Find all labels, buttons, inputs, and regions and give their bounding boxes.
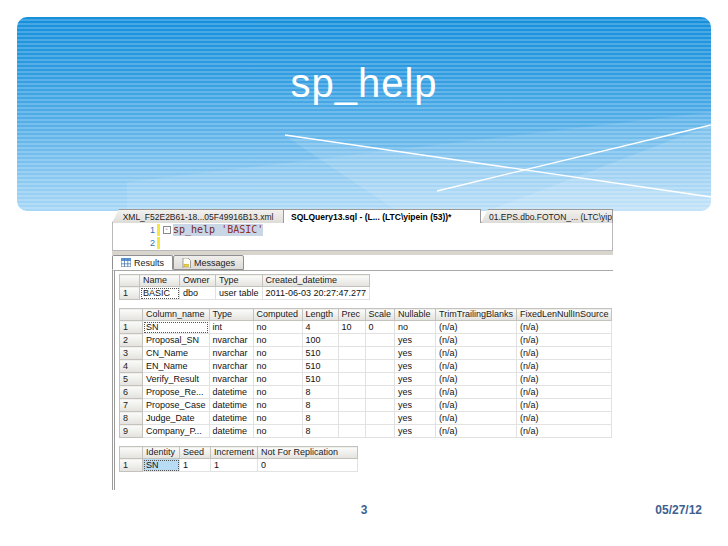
grid-row-header[interactable]: 9: [120, 425, 143, 438]
grid-cell[interactable]: (n/a): [516, 412, 612, 425]
grid-cell[interactable]: datetime: [209, 399, 253, 412]
grid-cell[interactable]: no: [253, 347, 302, 360]
grid-cell[interactable]: 100: [302, 334, 338, 347]
grid-column-header[interactable]: Created_datetime: [262, 275, 369, 287]
grid-row-header[interactable]: 4: [120, 360, 143, 373]
grid-column-header[interactable]: Length: [302, 309, 338, 321]
grid-cell[interactable]: [365, 373, 395, 386]
grid-cell[interactable]: [338, 425, 365, 438]
query-editor[interactable]: 1 - sp_help 'BASIC' 2: [112, 223, 613, 251]
grid-cell[interactable]: datetime: [209, 386, 253, 399]
grid-cell[interactable]: datetime: [209, 412, 253, 425]
grid-cell[interactable]: nvarchar: [209, 347, 253, 360]
grid-cell[interactable]: Company_P...: [143, 425, 210, 438]
grid-cell[interactable]: (n/a): [516, 373, 612, 386]
grid-row-header[interactable]: 1: [120, 321, 143, 334]
grid-cell[interactable]: [338, 334, 365, 347]
grid-cell[interactable]: Proposal_SN: [143, 334, 210, 347]
grid-cell[interactable]: 510: [302, 373, 338, 386]
grid-cell[interactable]: 1: [180, 459, 211, 472]
grid-cell[interactable]: nvarchar: [209, 334, 253, 347]
grid-cell[interactable]: 8: [302, 425, 338, 438]
grid-cell[interactable]: (n/a): [516, 360, 612, 373]
grid-cell[interactable]: 2011-06-03 20:27:47.277: [262, 287, 369, 300]
grid-column-header[interactable]: FixedLenNullInSource: [516, 309, 612, 321]
grid-cell[interactable]: yes: [395, 334, 436, 347]
grid-column-header[interactable]: Scale: [365, 309, 395, 321]
grid-cell[interactable]: (n/a): [436, 334, 517, 347]
code-line[interactable]: sp_help 'BASIC': [173, 224, 263, 236]
grid-cell[interactable]: nvarchar: [209, 373, 253, 386]
grid-cell[interactable]: [365, 399, 395, 412]
grid-cell[interactable]: 0: [365, 321, 395, 334]
grid-cell[interactable]: dbo: [180, 287, 216, 300]
grid-cell[interactable]: int: [209, 321, 253, 334]
grid-cell[interactable]: [338, 399, 365, 412]
grid-cell[interactable]: 8: [302, 412, 338, 425]
tab-messages[interactable]: Messages: [173, 255, 244, 270]
grid-cell[interactable]: Propose_Re...: [143, 386, 210, 399]
grid-cell[interactable]: (n/a): [516, 425, 612, 438]
grid-cell[interactable]: yes: [395, 347, 436, 360]
tab-sqlquery-active[interactable]: SQLQuery13.sql - (L... (LTC\yipein (53))…: [284, 209, 481, 223]
grid-cell[interactable]: yes: [395, 386, 436, 399]
grid-cell[interactable]: 510: [302, 360, 338, 373]
grid-cell[interactable]: 0: [258, 459, 358, 472]
grid-column-header[interactable]: Owner: [180, 275, 216, 287]
grid-cell[interactable]: yes: [395, 360, 436, 373]
grid-cell[interactable]: no: [253, 334, 302, 347]
grid-cell[interactable]: 8: [302, 386, 338, 399]
grid-cell[interactable]: 4: [302, 321, 338, 334]
grid-cell[interactable]: no: [253, 373, 302, 386]
grid-cell[interactable]: no: [253, 386, 302, 399]
grid-cell[interactable]: (n/a): [516, 347, 612, 360]
tab-results[interactable]: Results: [112, 255, 173, 270]
grid-row-header[interactable]: 7: [120, 399, 143, 412]
grid-cell[interactable]: (n/a): [436, 347, 517, 360]
grid-column-header[interactable]: Not For Replication: [258, 447, 358, 459]
grid-column-header[interactable]: Increment: [211, 447, 258, 459]
grid-cell[interactable]: user table: [216, 287, 263, 300]
grid-cell[interactable]: yes: [395, 373, 436, 386]
grid-cell[interactable]: no: [253, 321, 302, 334]
grid-cell[interactable]: [338, 412, 365, 425]
grid-column-header[interactable]: Computed: [253, 309, 302, 321]
grid-column-header[interactable]: Prec: [338, 309, 365, 321]
grid-cell[interactable]: (n/a): [516, 399, 612, 412]
grid-cell[interactable]: nvarchar: [209, 360, 253, 373]
grid-cell[interactable]: EN_Name: [143, 360, 210, 373]
grid-row-header[interactable]: 1: [120, 287, 140, 300]
grid-column-header[interactable]: [120, 275, 140, 287]
grid-cell[interactable]: no: [253, 360, 302, 373]
grid-cell[interactable]: no: [253, 399, 302, 412]
grid-cell[interactable]: SN: [143, 459, 180, 472]
grid-column-header[interactable]: [120, 309, 143, 321]
grid-cell[interactable]: no: [253, 425, 302, 438]
grid-cell[interactable]: Propose_Case: [143, 399, 210, 412]
grid-column-header[interactable]: Column_name: [143, 309, 210, 321]
grid-cell[interactable]: yes: [395, 425, 436, 438]
grid-row-header[interactable]: 8: [120, 412, 143, 425]
grid-cell[interactable]: SN: [143, 321, 210, 334]
grid-column-header[interactable]: Nullable: [395, 309, 436, 321]
grid-cell[interactable]: [365, 425, 395, 438]
collapse-region-icon[interactable]: -: [163, 226, 171, 234]
grid-cell[interactable]: (n/a): [436, 399, 517, 412]
grid-cell[interactable]: (n/a): [516, 334, 612, 347]
grid-cell[interactable]: (n/a): [516, 321, 612, 334]
grid-column-header[interactable]: [120, 447, 143, 459]
grid-cell[interactable]: Verify_Result: [143, 373, 210, 386]
grid-cell[interactable]: yes: [395, 399, 436, 412]
grid-cell[interactable]: (n/a): [436, 386, 517, 399]
grid-cell[interactable]: [338, 386, 365, 399]
grid-cell[interactable]: (n/a): [436, 425, 517, 438]
grid-column-header[interactable]: Type: [216, 275, 263, 287]
tab-xml-file[interactable]: XML_F52E2B61-18...05F49916B13.xml: [112, 209, 284, 223]
grid-cell[interactable]: [338, 347, 365, 360]
grid-cell[interactable]: [365, 386, 395, 399]
grid-row-header[interactable]: 6: [120, 386, 143, 399]
tab-table-editor[interactable]: 01.EPS.dbo.FOTON_... (LTC\yipein: [481, 209, 613, 223]
grid-cell[interactable]: (n/a): [516, 386, 612, 399]
grid-row-header[interactable]: 2: [120, 334, 143, 347]
grid-cell[interactable]: 8: [302, 399, 338, 412]
